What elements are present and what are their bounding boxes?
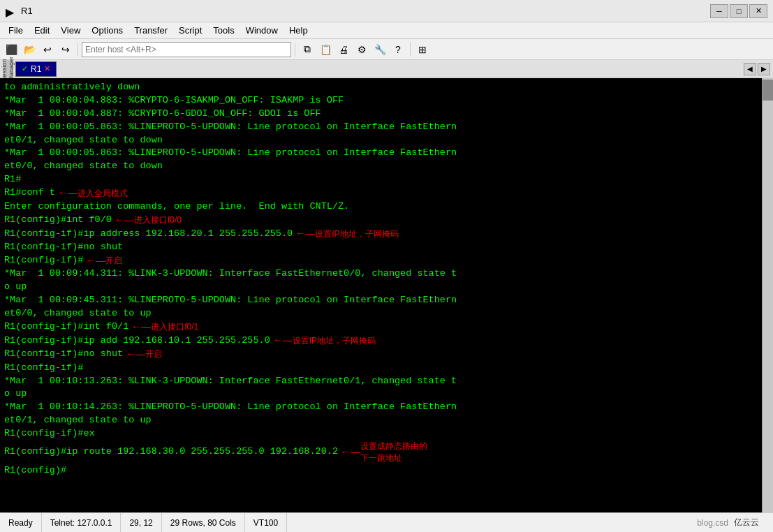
toolbar-separator-1 [78, 43, 78, 57]
annotation-arrow: ←— [131, 320, 151, 334]
terminal-content: to administratively down*Mar 1 00:00:04.… [4, 81, 758, 477]
terminal-line: R1(config-if)# [4, 362, 83, 375]
annotation-text: 设置IP地址，子网掩码 [293, 335, 376, 347]
terminal-line: R1(config-if)#no shut [4, 241, 123, 254]
tab-prev-button[interactable]: ◀ [744, 63, 756, 75]
annotation-text: 进入接口f0/0 [134, 214, 182, 226]
back-button[interactable]: ↩ [39, 42, 56, 57]
open-button[interactable]: 📂 [21, 42, 38, 57]
terminal-line: *Mar 1 00:00:05.863: %LINEPROTO-5-UPDOWN… [4, 147, 457, 160]
help-button[interactable]: ? [390, 42, 406, 57]
terminal-line: *Mar 1 00:10:13.263: %LINK-3-UPDOWN: Int… [4, 375, 457, 388]
terminal-line: R1(config-if)#ex [4, 427, 95, 441]
window-title: R1 [21, 6, 710, 16]
forward-button[interactable]: ↪ [57, 42, 74, 57]
annotation-arrow: ←— [295, 227, 315, 241]
maximize-button[interactable]: □ [730, 4, 748, 18]
menu-file[interactable]: File [3, 22, 29, 38]
annotation-arrow: ←— [58, 186, 78, 200]
host-input[interactable] [82, 42, 291, 57]
toolbar-separator-3 [410, 43, 411, 57]
session-manager-label: Session Manager [1, 57, 15, 82]
terminal-line: R1# [4, 173, 21, 186]
terminal-line: *Mar 1 00:09:44.311: %LINK-3-UPDOWN: Int… [4, 267, 457, 281]
copy-button[interactable]: ⧉ [299, 42, 316, 57]
main-area: to administratively down*Mar 1 00:00:04.… [0, 78, 773, 512]
title-bar: ▶ R1 ─ □ ✕ [0, 0, 773, 22]
status-dimensions: 29 Rows, 80 Cols [162, 513, 245, 532]
terminal-line: et0/0, changed state to up [4, 307, 152, 320]
brand-label: 亿云云 [734, 517, 759, 529]
tab-bar: Session Manager ✓ R1 ✕ ◀ ▶ [0, 60, 773, 78]
extra-button[interactable]: ⊞ [414, 42, 431, 57]
status-bar: Ready Telnet: 127.0.0.1 29, 12 29 Rows, … [0, 512, 773, 532]
menu-tools[interactable]: Tools [207, 22, 240, 38]
tab-navigation: ◀ ▶ [744, 63, 770, 75]
config-button[interactable]: 🔧 [371, 42, 388, 57]
terminal-line: et0/1, changed state to up [4, 414, 152, 427]
menu-bar: File Edit View Options Transfer Script T… [0, 22, 773, 39]
tab-close-button[interactable]: ✕ [44, 64, 50, 73]
terminal-line: et0/0, changed state to down [4, 160, 163, 173]
status-connection: Telnet: 127.0.0.1 [42, 513, 122, 532]
terminal-line: o up [4, 387, 27, 401]
terminal-line: *Mar 1 00:09:45.311: %LINEPROTO-5-UPDOWN… [4, 294, 457, 307]
toolbar: ⬛ 📂 ↩ ↪ ⧉ 📋 🖨 ⚙ 🔧 ? ⊞ [0, 39, 773, 60]
toolbar-separator-2 [295, 43, 295, 57]
terminal-line: R1(config-if)#no shut [4, 348, 123, 361]
terminal-line: R1(config-if)#ip address 192.168.20.1 25… [4, 228, 293, 241]
annotation-arrow: ←— [115, 214, 134, 228]
close-button[interactable]: ✕ [749, 4, 767, 18]
settings-button[interactable]: ⚙ [353, 42, 370, 57]
terminal-wrapper: to administratively down*Mar 1 00:00:04.… [0, 78, 773, 512]
app-icon: ▶ [6, 6, 17, 17]
annotation-arrow: ←— [273, 334, 293, 348]
scrollbar[interactable] [762, 78, 773, 512]
terminal-line: R1#conf t [4, 186, 55, 200]
terminal-line: to administratively down [4, 81, 140, 94]
paste-button[interactable]: 📋 [317, 42, 334, 57]
annotation-text: 设置成静态路由的下一跳地址 [360, 441, 427, 464]
menu-transfer[interactable]: Transfer [128, 22, 173, 38]
terminal-line: R1(config-if)#ip add 192.168.10.1 255.25… [4, 334, 270, 348]
terminal-line: R1(config-if)# [4, 254, 83, 267]
terminal-line: o up [4, 281, 27, 294]
annotation-text: 开启 [145, 348, 162, 360]
status-vt: VT100 [245, 513, 287, 532]
tab-r1[interactable]: ✓ R1 ✕ [15, 61, 57, 77]
tab-check-icon: ✓ [22, 64, 28, 73]
annotation-arrow: ←— [341, 445, 360, 459]
status-ready: Ready [6, 513, 42, 532]
annotation-text: 开启 [105, 255, 122, 267]
terminal-line: Enter configuration commands, one per li… [4, 200, 349, 214]
annotation-arrow: ←— [86, 254, 105, 268]
annotation-text: 进入全局模式 [78, 188, 128, 200]
menu-view[interactable]: View [55, 22, 86, 38]
menu-window[interactable]: Window [240, 22, 284, 38]
menu-edit[interactable]: Edit [29, 22, 55, 38]
menu-help[interactable]: Help [284, 22, 314, 38]
terminal-line: R1(config)# [4, 464, 66, 478]
scrollbar-thumb[interactable] [763, 80, 773, 101]
terminal-line: et0/1, changed state to down [4, 134, 163, 147]
annotation-text: 设置IP地址，子网掩码 [315, 228, 398, 240]
menu-script[interactable]: Script [173, 22, 207, 38]
window-controls: ─ □ ✕ [710, 4, 767, 18]
terminal-line: R1(config)#ip route 192.168.30.0 255.255… [4, 445, 338, 459]
annotation-text: 进入接口f0/1 [151, 321, 198, 333]
tab-label: R1 [31, 64, 41, 74]
terminal-line: R1(config-if)#int f0/1 [4, 320, 128, 334]
new-session-button[interactable]: ⬛ [3, 42, 20, 57]
terminal-line: *Mar 1 00:00:04.883: %CRYPTO-6-ISAKMP_ON… [4, 94, 344, 108]
tab-next-button[interactable]: ▶ [758, 63, 770, 75]
terminal-line: *Mar 1 00:10:14.263: %LINEPROTO-5-UPDOWN… [4, 401, 457, 414]
terminal-line: R1(config)#int f0/0 [4, 214, 112, 227]
terminal-line: *Mar 1 00:00:04.887: %CRYPTO-6-GDOI_ON_O… [4, 108, 321, 121]
terminal-line: *Mar 1 00:00:05.863: %LINEPROTO-5-UPDOWN… [4, 121, 457, 134]
status-position: 29, 12 [121, 513, 161, 532]
menu-options[interactable]: Options [86, 22, 128, 38]
annotation-arrow: ←— [126, 348, 145, 362]
print-button[interactable]: 🖨 [335, 42, 352, 57]
terminal[interactable]: to administratively down*Mar 1 00:00:04.… [0, 78, 762, 512]
minimize-button[interactable]: ─ [710, 4, 728, 18]
